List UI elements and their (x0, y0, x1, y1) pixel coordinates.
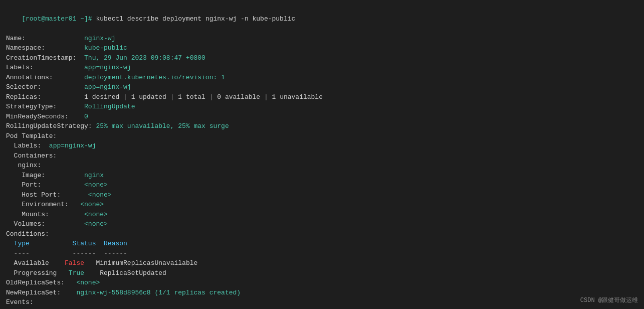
output-line-name: Name: nginx-wj (6, 34, 638, 44)
output-line-minready: MinReadySeconds: 0 (6, 112, 638, 122)
output-line-volumes: Volumes: <none> (6, 219, 638, 229)
output-line-podlabels: Labels: app=nginx-wj (6, 141, 638, 151)
terminal: [root@master01 ~]# kubectl describe depl… (0, 0, 644, 309)
output-area: Name: nginx-wjNamespace: kube-publicCrea… (6, 34, 638, 310)
output-line-events: Events: (6, 297, 638, 307)
output-line-hostport: Host Port: <none> (6, 190, 638, 200)
output-line-nginx: nginx: (6, 161, 638, 171)
output-line-cond-prog: Progressing True ReplicaSetUpdated (6, 268, 638, 278)
output-line-ev-header: Type Reason Age From Message (6, 307, 638, 310)
watermark: CSDN @跟健哥做运维 (580, 296, 638, 305)
output-line-environment: Environment: <none> (6, 200, 638, 210)
output-line-creation: CreationTimestamp: Thu, 29 Jun 2023 09:0… (6, 53, 638, 63)
output-line-cond-header: Type Status Reason (6, 239, 638, 249)
output-line-mounts: Mounts: <none> (6, 210, 638, 220)
output-line-conditions: Conditions: (6, 229, 638, 239)
output-line-labels: Labels: app=nginx-wj (6, 63, 638, 73)
output-line-podtemplate: Pod Template: (6, 131, 638, 141)
output-line-cond-sep: ---- ------ ------ (6, 249, 638, 259)
command-line: [root@master01 ~]# kubectl describe depl… (6, 4, 638, 34)
output-line-replicas: Replicas: 1 desired | 1 updated | 1 tota… (6, 92, 638, 102)
output-line-image: Image: nginx (6, 171, 638, 181)
output-line-containers: Containers: (6, 151, 638, 161)
output-line-namespace: Namespace: kube-public (6, 43, 638, 53)
output-line-oldreplica: OldReplicaSets: <none> (6, 278, 638, 288)
output-line-annotations: Annotations: deployment.kubernetes.io/re… (6, 73, 638, 83)
output-line-cond-avail: Available False MinimumReplicasUnavailab… (6, 258, 638, 268)
output-line-selector: Selector: app=nginx-wj (6, 82, 638, 92)
prompt: [root@master01 ~]# (22, 15, 92, 23)
output-line-newreplica: NewReplicaSet: nginx-wj-558d8956c8 (1/1 … (6, 288, 638, 298)
output-line-port: Port: <none> (6, 180, 638, 190)
command: kubectl describe deployment nginx-wj -n … (92, 15, 296, 23)
output-line-rolling: RollingUpdateStrategy: 25% max unavailab… (6, 121, 638, 131)
output-line-strategy: StrategyType: RollingUpdate (6, 102, 638, 112)
